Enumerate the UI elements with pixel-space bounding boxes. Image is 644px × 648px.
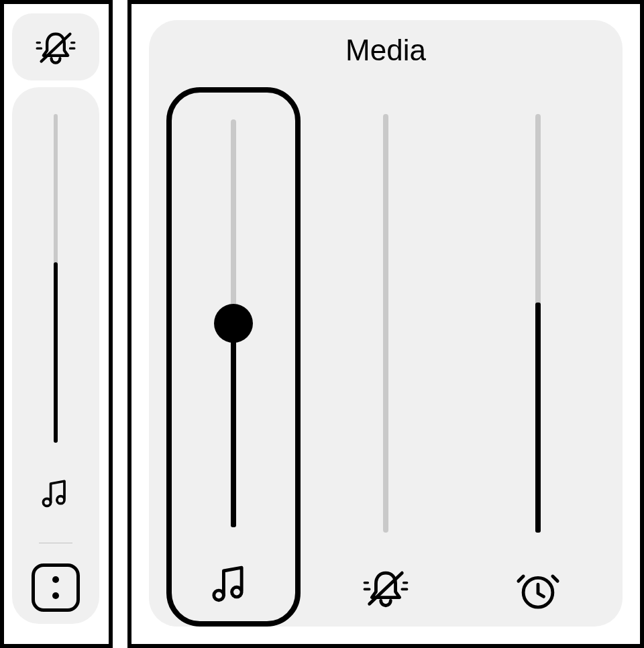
- alarm-icon: [471, 565, 605, 610]
- mini-volume-slider[interactable]: [12, 87, 99, 624]
- music-icon: [37, 475, 74, 510]
- left-panel: [0, 0, 113, 648]
- expand-button[interactable]: [32, 563, 80, 612]
- slider-media[interactable]: [166, 87, 301, 627]
- mute-toggle-button[interactable]: [12, 13, 99, 80]
- right-panel: Media: [127, 0, 644, 648]
- bell-muted-icon: [319, 565, 453, 610]
- divider: [39, 543, 72, 543]
- more-icon: [52, 576, 59, 583]
- panel-title: Media: [149, 34, 623, 67]
- bell-muted-icon: [31, 27, 80, 67]
- more-icon: [52, 592, 59, 599]
- volume-panel: Media: [149, 20, 623, 627]
- slider-thumb[interactable]: [214, 304, 253, 343]
- slider-notification[interactable]: [319, 87, 453, 627]
- slider-alarm[interactable]: [471, 87, 605, 627]
- music-icon: [172, 559, 295, 605]
